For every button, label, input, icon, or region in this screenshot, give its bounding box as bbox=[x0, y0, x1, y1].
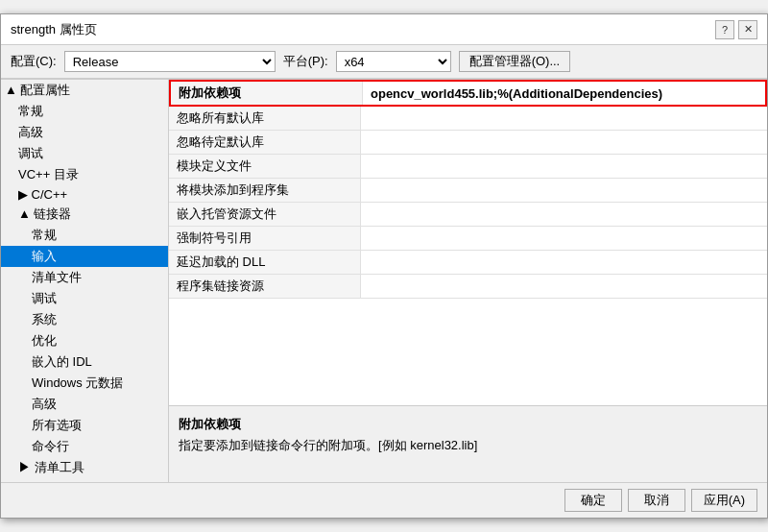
prop-name: 忽略待定默认库 bbox=[169, 131, 361, 154]
main-content: ▲ 配置属性常规高级调试VC++ 目录▶ C/C++▲ 链接器常规输入清单文件调… bbox=[1, 79, 767, 482]
tree-item-linker-advanced[interactable]: 高级 bbox=[1, 394, 168, 415]
prop-name: 模块定义文件 bbox=[169, 155, 361, 178]
title-bar: strength 属性页 ? ✕ bbox=[1, 14, 767, 45]
title-bar-controls: ? ✕ bbox=[715, 20, 757, 39]
tree-item-linker-embedded-idl[interactable]: 嵌入的 IDL bbox=[1, 351, 168, 373]
prop-name: 程序集链接资源 bbox=[169, 275, 361, 298]
tree-item-advanced[interactable]: 高级 bbox=[1, 122, 168, 143]
tree-item-debug[interactable]: 调试 bbox=[1, 143, 168, 164]
right-panel: 附加依赖项opencv_world455.lib;%(AdditionalDep… bbox=[169, 80, 767, 482]
prop-name: 嵌入托管资源文件 bbox=[169, 203, 361, 226]
tree-item-vcpp-dirs[interactable]: VC++ 目录 bbox=[1, 164, 168, 185]
platform-select[interactable]: x64 bbox=[336, 51, 451, 72]
prop-name: 强制符号引用 bbox=[169, 227, 361, 250]
manage-config-button[interactable]: 配置管理器(O)... bbox=[459, 51, 571, 72]
prop-name: 将模块添加到程序集 bbox=[169, 179, 361, 202]
tree-item-linker-optimize[interactable]: 优化 bbox=[1, 330, 168, 351]
description-title: 附加依赖项 bbox=[179, 416, 757, 433]
config-bar: 配置(C): Release 平台(P): x64 配置管理器(O)... bbox=[1, 45, 767, 79]
tree-item-linker-system[interactable]: 系统 bbox=[1, 309, 168, 330]
close-button[interactable]: ✕ bbox=[738, 20, 757, 39]
prop-row[interactable]: 延迟加载的 DLL bbox=[169, 251, 767, 275]
tree-item-linker-manifest[interactable]: 清单文件 bbox=[1, 267, 168, 288]
tree-item-linker-cmdline[interactable]: 命令行 bbox=[1, 436, 168, 457]
prop-value bbox=[361, 179, 767, 202]
prop-name: 附加依赖项 bbox=[171, 82, 363, 105]
prop-value bbox=[361, 155, 767, 178]
prop-value bbox=[361, 203, 767, 226]
tree-item-config-props[interactable]: ▲ 配置属性 bbox=[1, 80, 168, 101]
tree-item-linker-input[interactable]: 输入 bbox=[1, 246, 168, 267]
apply-button[interactable]: 应用(A) bbox=[691, 489, 757, 512]
prop-value bbox=[361, 107, 767, 130]
tree-item-manifest-tool[interactable]: ▶ 清单工具 bbox=[1, 457, 168, 478]
tree-item-linker-general[interactable]: 常规 bbox=[1, 225, 168, 246]
config-label: 配置(C): bbox=[11, 53, 57, 70]
dialog-title: strength 属性页 bbox=[11, 21, 97, 38]
bottom-bar: 确定 取消 应用(A) bbox=[1, 482, 767, 518]
prop-name: 忽略所有默认库 bbox=[169, 107, 361, 130]
platform-label: 平台(P): bbox=[283, 53, 328, 70]
tree-item-linker-all-options[interactable]: 所有选项 bbox=[1, 415, 168, 436]
prop-value bbox=[361, 131, 767, 154]
help-button[interactable]: ? bbox=[715, 20, 734, 39]
prop-row[interactable]: 忽略所有默认库 bbox=[169, 107, 767, 131]
left-panel: ▲ 配置属性常规高级调试VC++ 目录▶ C/C++▲ 链接器常规输入清单文件调… bbox=[1, 80, 169, 482]
prop-row[interactable]: 将模块添加到程序集 bbox=[169, 179, 767, 203]
prop-name: 延迟加载的 DLL bbox=[169, 251, 361, 274]
description-text: 指定要添加到链接命令行的附加项。[例如 kernel32.lib] bbox=[179, 437, 757, 454]
properties-dialog: strength 属性页 ? ✕ 配置(C): Release 平台(P): x… bbox=[0, 13, 768, 519]
tree-item-xml-gen[interactable]: ▶ XML 文档生成器 bbox=[1, 478, 168, 482]
prop-value bbox=[361, 251, 767, 274]
tree-item-linker[interactable]: ▲ 链接器 bbox=[1, 204, 168, 225]
props-table: 附加依赖项opencv_world455.lib;%(AdditionalDep… bbox=[169, 80, 767, 405]
tree-item-linker-windows-meta[interactable]: Windows 元数据 bbox=[1, 373, 168, 394]
prop-value bbox=[361, 275, 767, 298]
prop-row[interactable]: 忽略待定默认库 bbox=[169, 131, 767, 155]
config-select[interactable]: Release bbox=[64, 51, 276, 72]
prop-row[interactable]: 模块定义文件 bbox=[169, 155, 767, 179]
prop-row[interactable]: 附加依赖项opencv_world455.lib;%(AdditionalDep… bbox=[169, 80, 767, 107]
prop-row[interactable]: 嵌入托管资源文件 bbox=[169, 203, 767, 227]
prop-value bbox=[361, 227, 767, 250]
tree-item-linker-debug[interactable]: 调试 bbox=[1, 288, 168, 309]
prop-row[interactable]: 强制符号引用 bbox=[169, 227, 767, 251]
prop-row[interactable]: 程序集链接资源 bbox=[169, 275, 767, 299]
cancel-button[interactable]: 取消 bbox=[628, 489, 685, 512]
prop-value: opencv_world455.lib;%(AdditionalDependen… bbox=[363, 82, 765, 105]
tree-item-cpp[interactable]: ▶ C/C++ bbox=[1, 185, 168, 204]
ok-button[interactable]: 确定 bbox=[564, 489, 622, 512]
description-panel: 附加依赖项 指定要添加到链接命令行的附加项。[例如 kernel32.lib] bbox=[169, 405, 767, 482]
tree-item-general[interactable]: 常规 bbox=[1, 101, 168, 122]
